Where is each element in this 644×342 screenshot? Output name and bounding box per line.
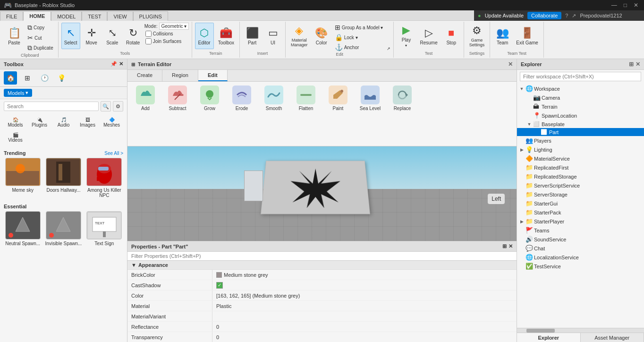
editor-button[interactable]: ⬡ Editor xyxy=(195,23,214,49)
toolbox-suggestions-tab[interactable]: 💡 xyxy=(55,71,68,85)
tree-item-replicatedfirst[interactable]: 📁 ReplicatedFirst xyxy=(517,163,644,172)
tab-plugins[interactable]: PLUGINS xyxy=(133,11,168,21)
mode-dropdown[interactable]: Geometric ▾ xyxy=(159,23,189,30)
trending-see-all[interactable]: See All > xyxy=(104,151,123,156)
prop-material[interactable]: Material Plastic xyxy=(127,301,517,311)
part-button[interactable]: ⬛ Part xyxy=(243,23,262,49)
paste-button[interactable]: 📋 Paste xyxy=(5,23,24,49)
tree-item-testservice[interactable]: ✅ TestService xyxy=(517,262,644,271)
select-button[interactable]: ↖ Select xyxy=(61,23,80,49)
list-item[interactable]: Among Us Killer NPC xyxy=(85,158,123,198)
terrain-editor-pin-icon[interactable]: ⊞ xyxy=(131,62,135,67)
close-button[interactable]: ✕ xyxy=(632,2,640,9)
prop-reflectance[interactable]: Reflectance 0 xyxy=(127,322,517,332)
tree-item-soundservice[interactable]: 🔊 SoundService xyxy=(517,235,644,244)
starterplayer-expand-icon[interactable]: ▶ xyxy=(519,219,525,224)
properties-close-icon[interactable]: ✕ xyxy=(508,243,513,249)
tree-item-terrain[interactable]: 🏔 Terrain xyxy=(517,102,644,111)
terrain-tab-create[interactable]: Create xyxy=(127,70,162,81)
terrain-tool-flatten[interactable]: Flatten xyxy=(292,86,320,111)
prop-transparency[interactable]: Transparency 0 xyxy=(127,332,517,342)
tab-view[interactable]: VIEW xyxy=(107,11,133,21)
tree-item-baseplate[interactable]: ▼ ⬜ Baseplate xyxy=(517,120,644,128)
tree-item-spawnlocation[interactable]: 📍 SpawnLocation xyxy=(517,111,644,120)
terrain-editor-close-button[interactable]: ✕ xyxy=(508,61,513,68)
game-settings-button[interactable]: ⚙ GameSettings xyxy=(467,23,487,49)
filter-button[interactable]: ⚙ xyxy=(113,101,123,111)
copy-button[interactable]: ⧉ Copy xyxy=(25,23,55,33)
toolbox-grid-tab[interactable]: ⊞ xyxy=(21,71,34,85)
scale-button[interactable]: ⤡ Scale xyxy=(103,23,122,49)
toolbox-pin-icon[interactable]: 📌 xyxy=(110,61,117,67)
workspace-expand-icon[interactable]: ▼ xyxy=(519,86,525,92)
tree-item-teams[interactable]: 🚩 Teams xyxy=(517,226,644,235)
category-audio[interactable]: 🎵Audio xyxy=(52,115,75,129)
minimize-button[interactable]: — xyxy=(610,2,619,9)
category-models[interactable]: 🏠Models xyxy=(4,115,27,129)
list-item[interactable]: TEXT Text Sign xyxy=(85,211,123,246)
search-button[interactable]: 🔍 xyxy=(101,101,111,111)
explorer-scrollbar-thumb[interactable] xyxy=(526,329,555,333)
toolbox-home-tab[interactable]: 🏠 xyxy=(4,71,17,85)
rotate-button[interactable]: ↻ Rotate xyxy=(124,23,143,49)
tree-item-part[interactable]: ⬜ Part xyxy=(517,128,644,136)
models-tab-button[interactable]: Models ▾ xyxy=(4,89,32,97)
tree-item-localizationservice[interactable]: 🌐 LocalizationService xyxy=(517,253,644,262)
duplicate-button[interactable]: ⧉ Duplicate xyxy=(25,43,55,53)
group-as-model-button[interactable]: ⊞ Group As a Model ▾ xyxy=(333,23,385,32)
appearance-collapse-icon[interactable]: ▼ xyxy=(131,262,136,268)
explorer-close-icon[interactable]: ✕ xyxy=(636,61,640,68)
tree-item-starterplayer[interactable]: ▶ 📁 StarterPlayer xyxy=(517,217,644,226)
explorer-tab-explorer[interactable]: Explorer xyxy=(517,333,581,342)
color-button[interactable]: 🎨 Color xyxy=(312,23,331,49)
stop-button[interactable]: ■ Stop xyxy=(442,23,461,49)
properties-filter-input[interactable] xyxy=(127,252,517,261)
lighting-expand-icon[interactable]: ▶ xyxy=(519,147,525,153)
terrain-tab-region[interactable]: Region xyxy=(162,70,198,81)
tree-item-workspace[interactable]: ▼ 🌐 Workspace xyxy=(517,84,644,93)
share-icon[interactable]: ↗ xyxy=(572,13,576,19)
prop-castshadow[interactable]: CastShadow ✓ xyxy=(127,280,517,291)
move-button[interactable]: ✛ Move xyxy=(82,23,101,49)
category-meshes[interactable]: 🔷Meshes xyxy=(100,115,123,129)
toolbox-button[interactable]: 🧰 Toolbox xyxy=(216,23,237,49)
category-plugins[interactable]: 🔌Plugins xyxy=(28,115,51,129)
join-surfaces-row[interactable]: Join Surfaces xyxy=(144,38,189,45)
toolbox-history-tab[interactable]: 🕐 xyxy=(38,71,51,85)
list-item[interactable]: Neutral Spawn... xyxy=(4,211,42,246)
list-item[interactable]: Invisible Spawn... xyxy=(44,211,82,246)
play-button[interactable]: ▶ Play ▾ xyxy=(397,23,415,49)
terrain-tool-smooth[interactable]: Smooth xyxy=(260,86,288,111)
edit-expand-icon[interactable]: ↗ xyxy=(387,46,390,51)
category-images[interactable]: 🖼Images xyxy=(76,115,99,129)
prop-brickcolor[interactable]: BrickColor Medium stone grey xyxy=(127,270,517,280)
castshadow-checkbox[interactable]: ✓ xyxy=(216,282,223,289)
ui-button[interactable]: ▭ UI xyxy=(263,23,282,49)
exit-game-button[interactable]: 🚪 Exit Game xyxy=(514,23,541,49)
tree-item-startergui[interactable]: 📁 StarterGui xyxy=(517,199,644,208)
explorer-scrollbar[interactable] xyxy=(517,328,644,333)
collisions-checkbox[interactable] xyxy=(145,31,152,37)
tab-home[interactable]: HOME xyxy=(23,11,51,21)
tree-item-serverscriptservice[interactable]: 📁 ServerScriptService xyxy=(517,181,644,190)
terrain-tool-grow[interactable]: Grow xyxy=(195,86,224,111)
list-item[interactable]: Meme sky xyxy=(4,158,42,198)
join-surfaces-checkbox[interactable] xyxy=(145,38,152,44)
prop-color[interactable]: Color [163, 162, 165] (Medium stone grey… xyxy=(127,291,517,301)
tree-item-serverstorage[interactable]: 📁 ServerStorage xyxy=(517,190,644,199)
tree-item-chat[interactable]: 💬 Chat xyxy=(517,244,644,253)
terrain-tool-add[interactable]: Add xyxy=(131,86,160,111)
tree-item-camera[interactable]: 📷 Camera xyxy=(517,93,644,102)
lock-button[interactable]: 🔒 Lock ▾ xyxy=(333,33,385,42)
team-button[interactable]: 👥 Team xyxy=(493,23,512,49)
prop-materialvariant[interactable]: MaterialVariant xyxy=(127,311,517,322)
terrain-tool-erode[interactable]: Erode xyxy=(228,86,256,111)
resume-button[interactable]: ▷ Resume xyxy=(417,23,440,49)
tree-item-materialservice[interactable]: 🔶 MaterialService xyxy=(517,154,644,163)
toolbox-close-icon[interactable]: ✕ xyxy=(119,61,123,67)
cut-button[interactable]: ✂ Cut xyxy=(25,33,55,43)
tab-test[interactable]: TEST xyxy=(82,11,107,21)
collaborate-button[interactable]: Collaborate xyxy=(527,12,561,19)
collisions-row[interactable]: Collisions xyxy=(144,30,189,37)
material-manager-button[interactable]: ◈ MaterialManager xyxy=(288,23,310,49)
